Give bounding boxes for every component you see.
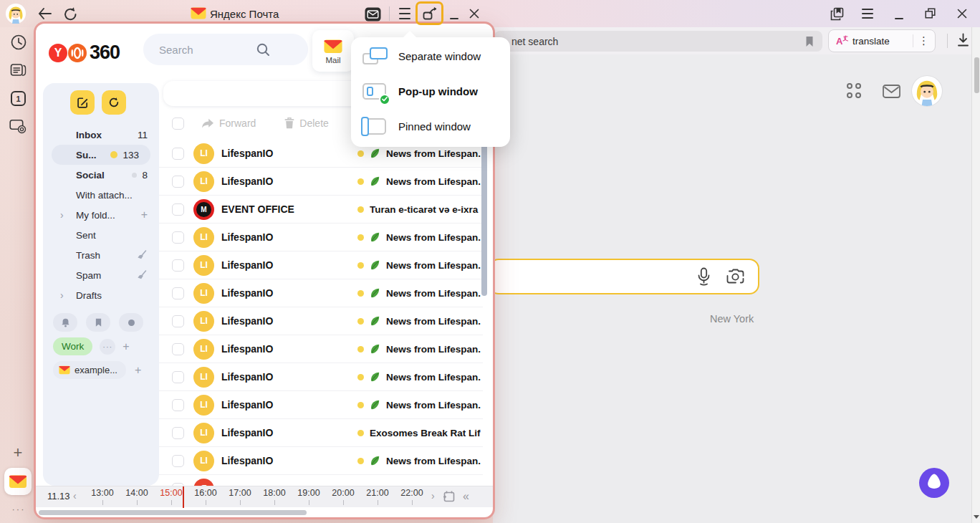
- refresh-button[interactable]: [63, 6, 77, 21]
- add-label-icon[interactable]: +: [123, 340, 129, 353]
- browser-close-button[interactable]: [956, 8, 967, 19]
- browser-restore-button[interactable]: [924, 7, 936, 19]
- add-panel-icon[interactable]: +: [11, 445, 25, 461]
- window-menu-button[interactable]: [398, 8, 411, 19]
- message-checkbox[interactable]: [172, 231, 184, 244]
- back-button[interactable]: [37, 6, 52, 21]
- message-checkbox[interactable]: [172, 455, 184, 467]
- message-row[interactable]: LI LifespanIO News from Lifespan.: [159, 307, 483, 335]
- forward-button[interactable]: Forward: [201, 117, 256, 129]
- horizontal-scrollbar-thumb[interactable]: [39, 510, 307, 515]
- message-checkbox[interactable]: [172, 315, 184, 327]
- message-checkbox[interactable]: [172, 176, 184, 188]
- chevron-right-icon[interactable]: ›: [60, 209, 64, 221]
- bookmarks-filter[interactable]: [86, 313, 110, 332]
- message-checkbox[interactable]: [172, 371, 184, 383]
- message-checkbox[interactable]: [172, 203, 184, 216]
- menu-item-separate-window[interactable]: Separate window: [351, 39, 510, 74]
- add-folder-icon[interactable]: +: [141, 208, 148, 221]
- folder-item[interactable]: Sent: [43, 225, 159, 245]
- folder-item[interactable]: Su... 133: [52, 145, 150, 165]
- delete-button[interactable]: Delete: [284, 117, 328, 129]
- browser-menu-button[interactable]: [861, 9, 874, 19]
- voice-search-icon[interactable]: [696, 267, 711, 286]
- message-row[interactable]: LI LifespanIO News from Lifespan.: [159, 168, 483, 196]
- more-options-icon[interactable]: ···: [9, 504, 29, 514]
- message-checkbox[interactable]: [172, 343, 184, 355]
- location-label[interactable]: New York: [710, 313, 754, 325]
- message-checkbox[interactable]: [172, 427, 184, 439]
- folder-item[interactable]: Spam: [43, 265, 159, 285]
- message-checkbox[interactable]: [172, 287, 184, 299]
- message-row[interactable]: LI LifespanIO News from Lifespan.: [159, 279, 483, 307]
- refresh-mail-button[interactable]: [102, 90, 126, 115]
- message-row[interactable]: LI LifespanIO News from Lifespan.: [159, 447, 483, 475]
- clear-folder-icon[interactable]: [136, 270, 148, 281]
- add-event-icon[interactable]: [443, 490, 456, 503]
- scroll-down-arrow[interactable]: [974, 515, 979, 519]
- close-button[interactable]: [469, 8, 479, 19]
- compose-button[interactable]: [70, 90, 95, 115]
- history-icon[interactable]: [10, 34, 27, 50]
- address-bar[interactable]: net search: [494, 31, 822, 52]
- mail-search-input[interactable]: [159, 34, 252, 65]
- folder-item[interactable]: Social 8: [43, 165, 159, 185]
- notifications-filter[interactable]: [53, 313, 77, 332]
- timeline-next-icon[interactable]: ›: [431, 490, 435, 502]
- folder-item[interactable]: Inbox 11: [43, 125, 159, 145]
- folder-item[interactable]: › Drafts: [43, 285, 159, 305]
- mail-panel-icon[interactable]: [364, 6, 381, 21]
- services-grid-icon[interactable]: [847, 83, 862, 98]
- clear-folder-icon[interactable]: [136, 250, 148, 261]
- label-work[interactable]: Work: [53, 337, 92, 355]
- message-checkbox[interactable]: [172, 148, 184, 160]
- bookmark-icon[interactable]: [805, 36, 814, 47]
- folder-item[interactable]: With attach...: [43, 185, 159, 205]
- address-text[interactable]: net search: [511, 36, 805, 47]
- mail-shortcut-icon[interactable]: [882, 84, 900, 98]
- message-row[interactable]: LI LifespanIO News from Lifespan.: [159, 251, 483, 279]
- mail-tab[interactable]: Mail: [312, 30, 354, 72]
- browser-minimize-button[interactable]: [894, 17, 904, 20]
- dot-filter[interactable]: [119, 313, 143, 332]
- message-row[interactable]: Я: [159, 475, 483, 486]
- screenshot-icon[interactable]: [9, 119, 27, 134]
- list-scrollbar-thumb[interactable]: [481, 131, 487, 296]
- minimize-button[interactable]: [449, 17, 459, 20]
- mail-app-icon[interactable]: [4, 468, 32, 495]
- chevron-right-icon[interactable]: ›: [60, 289, 64, 301]
- message-checkbox[interactable]: [172, 399, 184, 411]
- mail-360-logo[interactable]: Y 360: [49, 42, 120, 64]
- label-more-button[interactable]: ···: [100, 339, 115, 355]
- message-row[interactable]: LI LifespanIO News from Lifespan.: [159, 224, 483, 251]
- page-scrollbar[interactable]: [971, 27, 980, 523]
- timeline-prev-icon[interactable]: ‹: [73, 490, 77, 502]
- translate-button[interactable]: A translate ⋮: [828, 29, 936, 52]
- profile-avatar[interactable]: [6, 4, 26, 24]
- select-all-checkbox[interactable]: [172, 117, 184, 130]
- scrollbar-thumb[interactable]: [974, 57, 979, 93]
- add-account-icon[interactable]: +: [135, 364, 141, 377]
- feed-icon[interactable]: [10, 62, 27, 77]
- window-mode-button[interactable]: [415, 1, 443, 25]
- message-row[interactable]: M EVENT OFFICE Turan e-ticarət və e-ixra: [159, 196, 483, 224]
- menu-item-pinned-window[interactable]: Pinned window: [351, 109, 510, 144]
- message-row[interactable]: LI LifespanIO Exosomes Break Rat Lif: [159, 419, 483, 447]
- user-avatar[interactable]: [912, 76, 942, 106]
- mail-search[interactable]: [143, 34, 308, 65]
- message-row[interactable]: LI LifespanIO News from Lifespan.: [159, 391, 483, 419]
- message-row[interactable]: LI LifespanIO News from Lifespan.: [159, 335, 483, 363]
- image-search-icon[interactable]: [726, 268, 745, 285]
- search-box[interactable]: [489, 259, 759, 294]
- menu-item-popup-window[interactable]: Pop-up window: [351, 74, 510, 109]
- downloads-button[interactable]: [956, 32, 970, 49]
- collapse-timeline-icon[interactable]: «: [463, 490, 469, 503]
- message-row[interactable]: LI LifespanIO News from Lifespan.: [159, 363, 483, 391]
- message-checkbox[interactable]: [172, 259, 184, 272]
- folder-item[interactable]: › My fold... +: [43, 205, 159, 225]
- tabs-counter-icon[interactable]: 1: [11, 91, 26, 106]
- bookmarks-panel-icon[interactable]: [829, 6, 845, 21]
- account-pill[interactable]: example...: [53, 361, 126, 379]
- folder-item[interactable]: Trash: [43, 245, 159, 265]
- translate-options-icon[interactable]: ⋮: [918, 34, 929, 47]
